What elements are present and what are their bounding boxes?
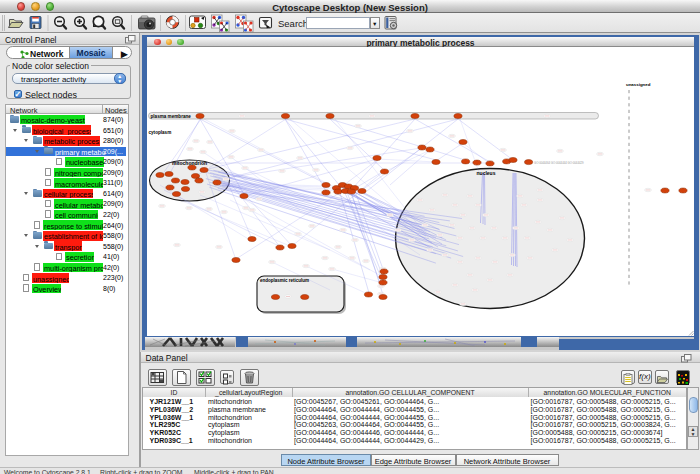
svg-text:cytoplasm: cytoplasm: [149, 130, 172, 135]
svg-text:nucleus: nucleus: [477, 170, 496, 176]
svg-text:GO:0044464 GO:0044444 GO:00444: GO:0044464 GO:0044444 GO:0044429: [534, 161, 584, 165]
svg-text:unassigned: unassigned: [626, 82, 651, 87]
svg-text:endoplasmic reticulum: endoplasmic reticulum: [260, 278, 309, 283]
svg-text:mitochondrion: mitochondrion: [172, 160, 207, 166]
svg-text:plasma membrane: plasma membrane: [151, 114, 192, 119]
